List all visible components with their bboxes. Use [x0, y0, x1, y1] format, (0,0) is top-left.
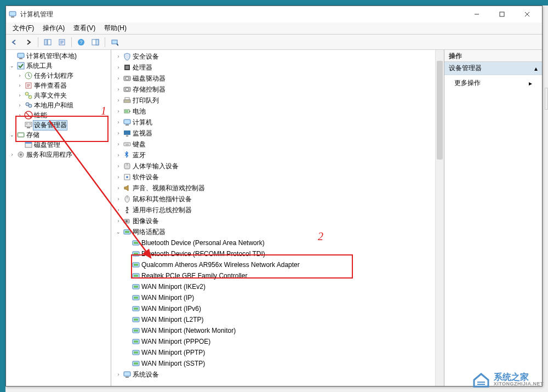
tree-performance[interactable]: › 性能 [6, 110, 111, 120]
device-category-disk_drives[interactable]: ›磁盘驱动器 [111, 73, 435, 84]
network-adapter-item[interactable]: WAN Miniport (L2TP) [111, 314, 435, 325]
device-category-computer[interactable]: ›计算机 [111, 117, 435, 128]
network-adapter-item[interactable]: WAN Miniport (PPTP) [111, 347, 435, 358]
more-actions-label: 更多操作 [454, 78, 481, 88]
back-button[interactable] [8, 36, 20, 48]
tree-root[interactable]: 计算机管理(本地) [6, 51, 111, 61]
tree-event-viewer[interactable]: › 事件查看器 [6, 81, 111, 90]
expand-icon[interactable]: › [16, 112, 24, 118]
expand-icon[interactable]: › [115, 98, 122, 103]
tree-services-apps[interactable]: › 服务和应用程序 [6, 150, 111, 160]
expand-icon[interactable]: › [16, 73, 24, 78]
expand-icon[interactable]: › [16, 103, 24, 108]
minimize-button[interactable] [464, 6, 489, 22]
properties-button[interactable] [56, 36, 68, 48]
close-button[interactable] [515, 6, 540, 22]
expand-icon[interactable]: ⌄ [115, 229, 122, 235]
expand-icon[interactable]: › [115, 218, 122, 224]
tree-task-scheduler[interactable]: › 任务计划程序 [6, 71, 111, 81]
expand-icon[interactable]: › [115, 196, 122, 202]
device-category-security_devices[interactable]: ›安全设备 [111, 51, 435, 62]
device-category-imaging[interactable]: ›图像设备 [111, 215, 435, 226]
network-adapter-item[interactable]: WAN Miniport (Network Monitor) [111, 325, 435, 336]
network-adapter-item[interactable]: WAN Miniport (IPv6) [111, 303, 435, 314]
device-label: WAN Miniport (L2TP) [141, 316, 204, 323]
device-category-print_queues[interactable]: ›打印队列 [111, 95, 435, 106]
forward-button[interactable] [22, 36, 35, 48]
menu-action[interactable]: 操作(A) [38, 22, 69, 34]
expand-icon[interactable]: › [115, 185, 122, 191]
network-adapter-item[interactable]: WAN Miniport (PPPOE) [111, 336, 435, 347]
expand-icon[interactable]: › [115, 163, 122, 169]
expand-icon[interactable]: › [115, 87, 122, 92]
ic-nic-icon [131, 260, 141, 269]
expand-icon[interactable]: › [16, 83, 24, 88]
expand-icon[interactable]: › [115, 141, 122, 147]
expand-icon[interactable]: › [8, 152, 16, 157]
expand-icon[interactable]: › [115, 65, 122, 70]
scan-button[interactable] [109, 36, 121, 48]
device-label: 磁盘驱动器 [132, 74, 165, 83]
tree-local-users[interactable]: › 本地用户和组 [6, 100, 111, 110]
expand-icon[interactable]: › [115, 130, 122, 136]
device-label: 通用串行总线控制器 [132, 206, 192, 215]
network-adapter-item[interactable]: Bluetooth Device (Personal Area Network) [111, 237, 435, 248]
expand-icon[interactable]: › [16, 93, 24, 98]
network-adapter-item[interactable]: Realtek PCIe GBE Family Controller [111, 270, 435, 281]
device-tree-pane[interactable]: ›安全设备›处理器›磁盘驱动器›存储控制器›打印队列›电池›计算机›监视器›键盘… [111, 50, 435, 386]
tree-shared-folders[interactable]: › 共享文件夹 [6, 90, 111, 100]
expand-icon[interactable]: › [115, 109, 122, 114]
more-actions-row[interactable]: 更多操作 ▸ [444, 75, 542, 91]
menu-help[interactable]: 帮助(H) [100, 22, 131, 34]
expand-icon[interactable]: › [115, 152, 122, 158]
network-adapter-item[interactable]: WAN Miniport (SSTP) [111, 358, 435, 369]
network-adapter-item[interactable]: WAN Miniport (IKEv2) [111, 281, 435, 292]
device-label: 图像设备 [132, 217, 159, 226]
device-category-bluetooth[interactable]: ›蓝牙 [111, 150, 435, 161]
device-category-software_devices[interactable]: ›软件设备 [111, 172, 435, 183]
expand-icon[interactable]: › [115, 174, 122, 180]
device-category-system-devices[interactable]: ›系统设备 [111, 369, 435, 380]
network-adapter-item[interactable]: Qualcomm Atheros AR956x Wireless Network… [111, 259, 435, 270]
device-category-keyboards[interactable]: ›键盘 [111, 139, 435, 150]
ic-print-icon [122, 96, 132, 105]
device-category-batteries[interactable]: ›电池 [111, 106, 435, 117]
scrollbar-thumb[interactable] [437, 61, 443, 160]
device-category-monitors[interactable]: ›监视器 [111, 128, 435, 139]
network-adapter-item[interactable]: Bluetooth Device (RFCOMM Protocol TDI) [111, 248, 435, 259]
expand-icon[interactable]: › [115, 207, 122, 213]
device-label: 处理器 [132, 63, 152, 72]
menu-view[interactable]: 查看(V) [69, 22, 100, 34]
expand-icon[interactable]: › [115, 76, 122, 81]
collapse-icon[interactable]: ⌄ [8, 132, 16, 138]
collapse-section-icon[interactable]: ▴ [534, 65, 538, 72]
expand-icon[interactable]: › [115, 54, 122, 59]
device-category-sound[interactable]: ›声音、视频和游戏控制器 [111, 183, 435, 194]
device-category-network-adapters[interactable]: ⌄网络适配器 [111, 226, 435, 237]
svg-rect-43 [44, 39, 47, 45]
title-bar: 计算机管理 [6, 6, 542, 22]
menu-file[interactable]: 文件(F) [8, 22, 38, 34]
vertical-scrollbar[interactable] [435, 50, 444, 386]
action-pane-button[interactable] [89, 36, 101, 48]
collapse-icon[interactable]: ⌄ [8, 63, 16, 69]
device-category-hid[interactable]: ›人体学输入设备 [111, 161, 435, 172]
device-category-mouse[interactable]: ›鼠标和其他指针设备 [111, 194, 435, 204]
device-category-usb[interactable]: ›通用串行总线控制器 [111, 204, 435, 215]
tree-device-manager[interactable]: 设备管理器 [6, 120, 111, 130]
help-button[interactable]: ? [75, 36, 87, 48]
actions-section-header[interactable]: 设备管理器 ▴ [444, 62, 542, 75]
tree-storage[interactable]: ⌄ 存储 [6, 130, 111, 140]
expand-icon[interactable]: › [115, 120, 122, 125]
svg-text:?: ? [79, 39, 82, 45]
tree-system-tools[interactable]: ⌄ 系统工具 [6, 61, 111, 71]
window-title: 计算机管理 [20, 10, 464, 19]
tree-disk-management[interactable]: 磁盘管理 [6, 140, 111, 150]
device-category-processors[interactable]: ›处理器 [111, 62, 435, 73]
network-adapter-item[interactable]: WAN Miniport (IP) [111, 292, 435, 303]
console-tree-pane[interactable]: 计算机管理(本地) ⌄ 系统工具 › 任务计划程序 › 事件查看器 › 共享文件… [6, 50, 111, 386]
maximize-button[interactable] [489, 6, 515, 22]
device-category-storage_controllers[interactable]: ›存储控制器 [111, 84, 435, 95]
show-hide-tree-button[interactable] [42, 36, 54, 48]
expand-icon[interactable]: › [115, 372, 122, 377]
